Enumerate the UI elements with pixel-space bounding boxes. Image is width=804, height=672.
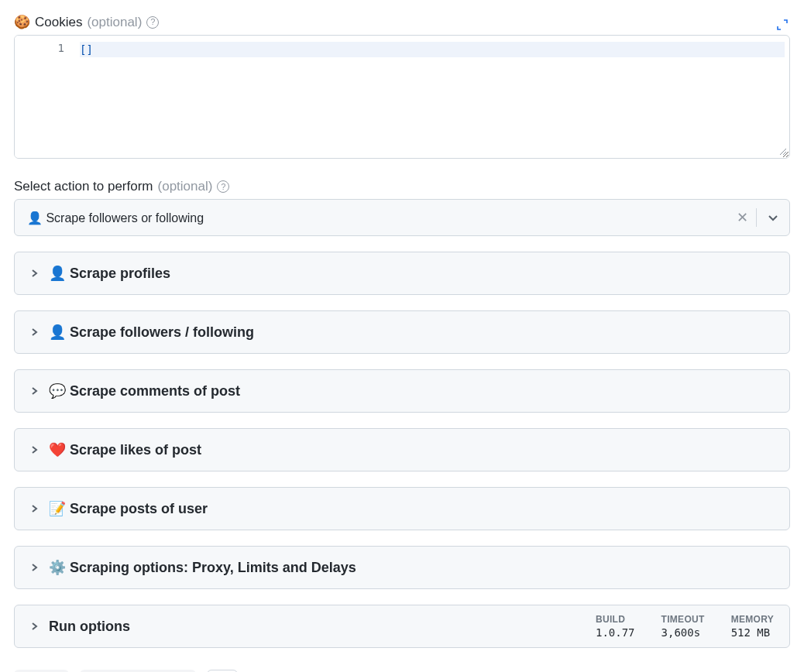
line-number: 1 [15,42,64,54]
action-select-value: 👤 Scrape followers or following [27,211,729,225]
meta-value: 3,600s [661,626,705,639]
run-options-label: Run options [49,619,130,635]
run-meta: BUILD 1.0.77 TIMEOUT 3,600s MEMORY 512 M… [596,614,774,639]
help-icon[interactable]: ? [146,16,159,29]
section-scrape-followers[interactable]: 👤 Scrape followers / following [14,310,790,354]
section-scrape-posts[interactable]: 📝 Scrape posts of user [14,487,790,530]
meta-label: MEMORY [731,614,774,625]
chevron-right-icon [29,503,40,514]
section-label: 👤 Scrape profiles [49,265,170,282]
code-content[interactable]: [] [75,36,789,158]
section-label: ❤️ Scrape likes of post [49,441,201,458]
cookies-text: Cookies [35,15,82,30]
section-scraping-options[interactable]: ⚙️ Scraping options: Proxy, Limits and D… [14,546,790,589]
meta-build: BUILD 1.0.77 [596,614,635,639]
meta-value: 1.0.77 [596,626,635,639]
section-label: 👤 Scrape followers / following [49,324,254,341]
help-icon[interactable]: ? [217,180,229,193]
section-scrape-likes[interactable]: ❤️ Scrape likes of post [14,428,790,471]
meta-label: TIMEOUT [661,614,705,625]
action-label: Select action to perform (optional) ? [14,179,790,194]
code-gutter: 1 [15,36,75,158]
expand-icon[interactable] [775,17,790,33]
action-label-text: Select action to perform [14,179,153,194]
meta-memory: MEMORY 512 MB [731,614,774,639]
resize-handle[interactable] [778,147,788,156]
section-label: 📝 Scrape posts of user [49,500,208,517]
meta-value: 512 MB [731,626,774,639]
section-scrape-profiles[interactable]: 👤 Scrape profiles [14,252,790,295]
cookies-optional: (optional) [87,15,142,30]
action-select[interactable]: 👤 Scrape followers or following ✕ [14,199,790,236]
code-text: [] [80,43,93,56]
chevron-right-icon [29,386,40,396]
section-label: ⚙️ Scraping options: Proxy, Limits and D… [49,559,356,576]
meta-label: BUILD [596,614,635,625]
clear-icon[interactable]: ✕ [729,209,756,226]
cookies-label: 🍪 Cookies (optional) ? [14,14,159,30]
meta-timeout: TIMEOUT 3,600s [661,614,705,639]
chevron-right-icon [29,268,40,279]
section-run-options[interactable]: Run options BUILD 1.0.77 TIMEOUT 3,600s … [14,605,790,648]
chevron-right-icon [29,562,40,573]
chevron-right-icon [29,444,40,455]
chevron-right-icon [29,621,40,632]
section-label: 💬 Scrape comments of post [49,382,240,399]
cookies-editor[interactable]: 1 [] [14,35,790,159]
cookies-emoji: 🍪 [14,14,30,30]
chevron-right-icon [29,327,40,338]
chevron-down-icon[interactable] [757,211,780,225]
action-optional: (optional) [158,179,213,194]
section-scrape-comments[interactable]: 💬 Scrape comments of post [14,369,790,413]
